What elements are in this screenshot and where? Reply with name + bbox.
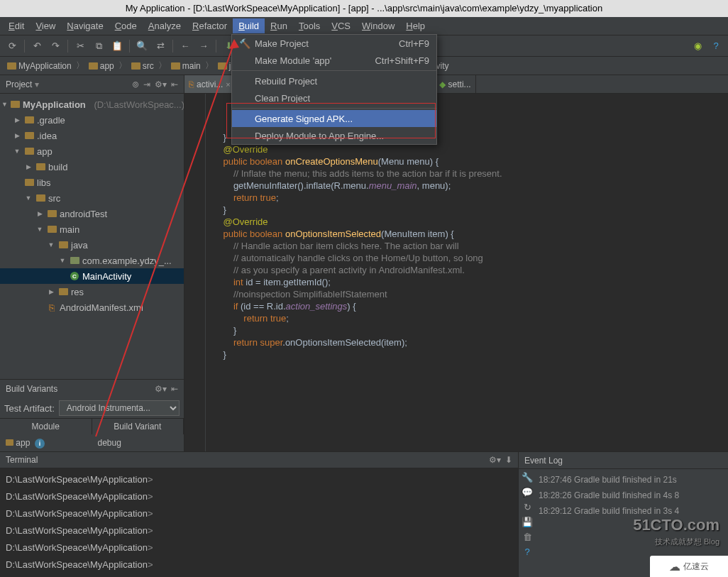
menu-help[interactable]: Help <box>400 18 431 33</box>
menu-item[interactable]: Clean Project <box>232 89 436 106</box>
project-panel-header: Project ▾ ⊚ ⇥ ⚙▾ ⇤ <box>0 75 184 94</box>
watermark-51cto: 51CTO.com技术成就梦想 Blog <box>633 518 719 549</box>
tree-node[interactable]: ⎘AndroidManifest.xml <box>0 300 184 315</box>
tree-node[interactable]: ▶res <box>0 284 184 300</box>
col-module: Module <box>0 419 92 434</box>
tree-node[interactable]: ▼app <box>0 143 184 159</box>
redo-icon[interactable]: ↷ <box>48 38 63 54</box>
replace-icon[interactable]: ⇄ <box>153 38 168 54</box>
tree-node[interactable]: ▼main <box>0 221 184 237</box>
tree-node[interactable]: ▶.gradle <box>0 112 184 128</box>
close-icon[interactable]: × <box>226 80 230 89</box>
menu-item[interactable]: Make Module 'app'Ctrl+Shift+F9 <box>232 52 436 69</box>
tree-node[interactable]: ▶build <box>0 159 184 175</box>
tree-node[interactable]: ▼com.example.ydzy_... <box>0 253 184 268</box>
menu-edit[interactable]: Edit <box>3 18 30 33</box>
tree-root[interactable]: ▼ MyApplication (D:\LastWorkSpeac...) <box>0 97 184 112</box>
test-artifact-select[interactable]: Android Instrumenta... <box>59 400 180 416</box>
gear-icon[interactable]: ⚙▾ <box>155 384 167 394</box>
tree-node[interactable]: ▶androidTest <box>0 206 184 221</box>
chat-icon[interactable]: 💬 <box>522 487 533 498</box>
terminal-header: Terminal ⚙▾⬇ <box>0 452 518 468</box>
tree-node[interactable]: libs <box>0 175 184 190</box>
sync-icon[interactable]: ⟳ <box>4 38 20 54</box>
menu-navigate[interactable]: Navigate <box>61 18 109 33</box>
trash-icon[interactable]: 🗑 <box>523 532 532 542</box>
menu-build[interactable]: Build <box>233 18 265 33</box>
tree-node[interactable]: CMainActivity <box>0 268 184 284</box>
breadcrumb-item[interactable]: app <box>86 61 117 71</box>
menu-vcs[interactable]: VCS <box>326 18 356 33</box>
info-icon: i <box>35 439 45 449</box>
download-icon[interactable]: ⬇ <box>505 455 512 465</box>
locate-icon[interactable]: ⊚ <box>132 79 139 89</box>
tree-node[interactable]: ▼src <box>0 190 184 206</box>
tree-node[interactable]: ▶.idea <box>0 128 184 143</box>
build-menu-popup: 🔨Make ProjectCtrl+F9Make Module 'app'Ctr… <box>231 34 437 145</box>
history-icon[interactable]: ↻ <box>524 502 531 512</box>
menu-item[interactable]: Deploy Module to App Engine... <box>232 127 436 144</box>
breadcrumb-item[interactable]: main <box>168 61 204 71</box>
menu-code[interactable]: Code <box>109 18 143 33</box>
variant-row[interactable]: app i debug <box>0 434 184 451</box>
paste-icon[interactable]: 📋 <box>109 38 125 54</box>
undo-icon[interactable]: ↶ <box>29 38 45 54</box>
menubar: EditViewNavigateCodeAnalyzeRefactorBuild… <box>0 17 728 35</box>
save-icon[interactable]: 💾 <box>522 517 533 527</box>
hide-icon[interactable]: ⇤ <box>171 79 178 89</box>
tree-node[interactable]: ▼java <box>0 237 184 253</box>
help-icon[interactable]: ? <box>708 38 724 54</box>
editor-tab[interactable]: ◆setti... <box>435 75 476 93</box>
menu-view[interactable]: View <box>30 18 61 33</box>
menu-analyze[interactable]: Analyze <box>143 18 187 33</box>
wrench-icon[interactable]: 🔧 <box>522 472 533 483</box>
cut-icon[interactable]: ✂ <box>72 38 88 54</box>
menu-tools[interactable]: Tools <box>293 18 326 33</box>
back-icon[interactable]: ← <box>177 38 193 54</box>
hide-icon[interactable]: ⇤ <box>171 384 178 394</box>
breadcrumb-item[interactable]: MyApplication <box>4 61 75 71</box>
help-icon[interactable]: ? <box>524 546 529 557</box>
event-log-toolbar: 🔧 💬 ↻ 💾 🗑 ? <box>519 469 536 577</box>
editor-tab[interactable]: ⎘activi...× <box>184 75 236 93</box>
menu-item[interactable]: 🔨Make ProjectCtrl+F9 <box>232 35 436 52</box>
gear-icon[interactable]: ⚙▾ <box>489 455 501 465</box>
test-artifact-label: Test Artifact: <box>4 403 55 414</box>
watermark-corner: ☁亿速云 <box>650 556 728 577</box>
menu-window[interactable]: Window <box>356 18 400 33</box>
breadcrumb-item[interactable]: src <box>128 61 157 71</box>
col-build-variant: Build Variant <box>92 419 184 434</box>
window-title: My Application - [D:\LastWorkSpeace\MyAp… <box>0 0 728 17</box>
collapse-icon[interactable]: ⇥ <box>143 79 150 89</box>
event-log-header: Event Log <box>519 452 728 469</box>
android-icon[interactable]: ◉ <box>690 38 705 54</box>
menu-run[interactable]: Run <box>265 18 293 33</box>
terminal-body[interactable]: D:\LastWorkSpeace\MyApplication>D:\LastW… <box>0 468 518 577</box>
copy-icon[interactable]: ⧉ <box>91 38 106 54</box>
code-editor[interactable]: nstanceState) { ); main); } @Override pu… <box>184 94 728 451</box>
project-tree[interactable]: ▼ MyApplication (D:\LastWorkSpeac...) ▶.… <box>0 94 184 379</box>
menu-item[interactable]: Generate Signed APK... <box>232 110 436 127</box>
forward-icon[interactable]: → <box>196 38 211 54</box>
settings-icon[interactable]: ⚙▾ <box>155 79 167 89</box>
menu-item[interactable]: Rebuild Project <box>232 72 436 89</box>
menu-refactor[interactable]: Refactor <box>187 18 233 33</box>
find-icon[interactable]: 🔍 <box>134 38 150 54</box>
build-variants-header: Build Variants ⚙▾⇤ <box>0 380 184 398</box>
